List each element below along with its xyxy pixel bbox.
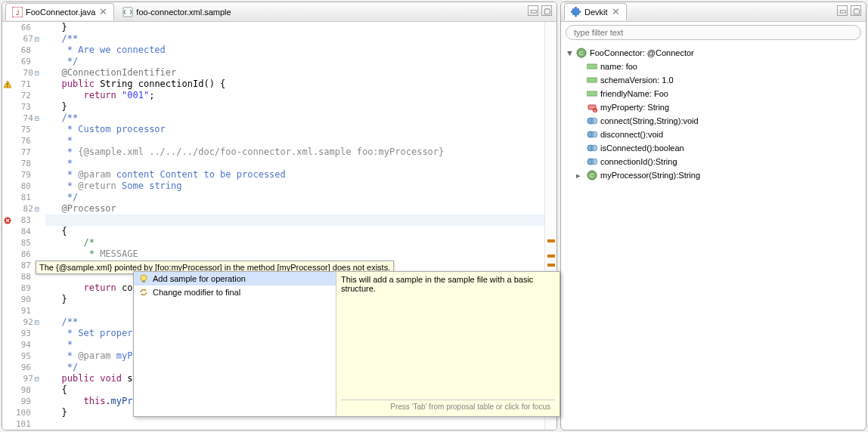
tree-item-3[interactable]: xmyProperty: String	[566, 100, 861, 114]
fold-toggle[interactable]: ⊟	[35, 113, 39, 124]
line-number[interactable]: 92⊟	[16, 316, 39, 328]
tree-item-5[interactable]: disconnect():void	[566, 128, 861, 141]
tree-item-7[interactable]: connectionId():String	[566, 155, 861, 168]
code-line[interactable]: *	[45, 135, 544, 147]
fold-toggle[interactable]: ⊟	[35, 316, 39, 328]
quickfix-item-label: Add sample for operation	[153, 274, 246, 283]
editor-tab-0[interactable]: JFooConnector.java✕	[5, 3, 114, 20]
filter-input[interactable]	[566, 25, 861, 40]
code-line[interactable]: @ConnectionIdentifier	[45, 67, 544, 79]
maximize-button[interactable]: ▢	[541, 5, 552, 16]
tree-root[interactable]: ▼CFooConnector: @Connector	[566, 46, 861, 60]
code-line[interactable]	[45, 214, 544, 226]
minimize-button[interactable]: ▭	[528, 5, 538, 16]
code-line[interactable]: * MESSAGE	[45, 248, 544, 260]
code-line[interactable]: }	[45, 22, 544, 33]
line-number[interactable]: 86	[16, 248, 39, 260]
editor-tab-1[interactable]: foo-connector.xml.sample	[116, 3, 237, 20]
method-icon	[587, 129, 597, 140]
code-line[interactable]: * @param content Content to be processed	[45, 169, 544, 181]
code-line[interactable]: */	[45, 56, 544, 67]
line-number[interactable]: 100	[16, 407, 39, 418]
minimize-button[interactable]: ▭	[837, 5, 848, 16]
line-number[interactable]: 78	[16, 158, 39, 169]
line-number[interactable]: 72	[16, 90, 39, 101]
code-line[interactable]: * Custom processor	[45, 124, 544, 135]
line-number[interactable]: 66	[16, 22, 39, 33]
tree-item-1[interactable]: schemaVersion: 1.0	[566, 73, 861, 87]
tree-item-4[interactable]: connect(String,String):void	[566, 114, 861, 128]
line-number[interactable]: 68	[16, 45, 39, 56]
code-line[interactable]: public String connectionId() {	[45, 79, 544, 90]
svg-rect-10	[587, 91, 597, 96]
code-line[interactable]: /*	[45, 237, 544, 248]
line-number[interactable]: 82⊟	[16, 203, 39, 214]
overview-marker[interactable]	[547, 264, 555, 267]
tree-item-2[interactable]: friendlyName: Foo	[566, 87, 861, 100]
maximize-button[interactable]: ▢	[851, 5, 861, 16]
close-icon[interactable]: ✕	[98, 6, 107, 17]
tree-item-8[interactable]: ▸CmyProcessor(String):String	[566, 168, 861, 182]
code-line[interactable]: {	[45, 226, 544, 237]
quickfix-item-0[interactable]: Add sample for operation	[134, 272, 336, 285]
code-line[interactable]: *	[45, 158, 544, 169]
quickfix-list[interactable]: Add sample for operationChange modifier …	[134, 272, 336, 416]
chevron-down-icon[interactable]: ▼	[566, 46, 573, 60]
chevron-right-icon[interactable]: ▸	[576, 168, 584, 182]
line-number[interactable]: 74⊟	[16, 113, 39, 124]
quickfix-item-label: Change modifier to final	[153, 288, 240, 297]
line-number[interactable]: 95	[16, 350, 39, 362]
line-number[interactable]: 75	[16, 124, 39, 135]
line-number[interactable]: 73	[16, 101, 39, 113]
code-line[interactable]: /**	[45, 33, 544, 45]
line-number[interactable]: 80	[16, 181, 39, 192]
fold-toggle[interactable]: ⊟	[35, 203, 39, 214]
line-number[interactable]: 70⊟	[16, 67, 39, 79]
line-number[interactable]: 98	[16, 384, 39, 396]
quickfix-item-1[interactable]: Change modifier to final	[134, 285, 336, 299]
fold-toggle[interactable]: ⊟	[35, 67, 39, 79]
code-line[interactable]: */	[45, 192, 544, 203]
code-line[interactable]: /**	[45, 113, 544, 124]
line-number[interactable]: 81	[16, 192, 39, 203]
svg-rect-3	[7, 83, 8, 85]
code-line[interactable]: @Processor	[45, 203, 544, 214]
tree-item-0[interactable]: name: foo	[566, 60, 861, 73]
line-number[interactable]: 79	[16, 169, 39, 181]
code-line[interactable]: * {@sample.xml ../../../doc/foo-connecto…	[45, 147, 544, 158]
line-number[interactable]: 97⊟	[16, 373, 39, 384]
line-number[interactable]: 84	[16, 226, 39, 237]
line-number[interactable]: 85	[16, 237, 39, 248]
tree-item-6[interactable]: isConnected():boolean	[566, 141, 861, 155]
fold-toggle[interactable]: ⊟	[35, 33, 39, 45]
line-number[interactable]: 76	[16, 135, 39, 147]
line-number[interactable]: 96	[16, 362, 39, 373]
outline-tree[interactable]: ▼CFooConnector: @Connectorname: fooschem…	[561, 43, 866, 185]
overview-marker[interactable]	[547, 255, 555, 258]
line-number[interactable]: 94	[16, 339, 39, 350]
java-file-icon: J	[12, 7, 23, 17]
line-number[interactable]: 101	[16, 418, 39, 430]
code-line[interactable]: }	[45, 101, 544, 113]
code-line[interactable]: * @return Some string	[45, 181, 544, 192]
line-number[interactable]: 99	[16, 396, 39, 407]
close-icon[interactable]: ✕	[611, 6, 620, 17]
line-number[interactable]: 91	[16, 305, 39, 316]
line-number[interactable]: 93	[16, 328, 39, 339]
line-number[interactable]: 69	[16, 56, 39, 67]
code-line[interactable]: return "001";	[45, 90, 544, 101]
line-number[interactable]: 71	[16, 79, 39, 90]
class-icon: C	[576, 48, 587, 58]
code-line[interactable]: * Are we connected	[45, 45, 544, 56]
svg-point-21	[591, 159, 597, 165]
line-number[interactable]: 67⊟	[16, 33, 39, 45]
line-number[interactable]: 83	[16, 214, 39, 226]
fold-toggle[interactable]: ⊟	[35, 373, 39, 384]
code-line[interactable]	[45, 418, 544, 430]
overview-marker[interactable]	[547, 239, 555, 242]
line-number[interactable]: 90	[16, 294, 39, 305]
svg-point-24	[141, 275, 147, 281]
devkit-tab[interactable]: Devkit ✕	[564, 3, 627, 20]
line-number[interactable]: 89	[16, 282, 39, 294]
line-number[interactable]: 77	[16, 147, 39, 158]
